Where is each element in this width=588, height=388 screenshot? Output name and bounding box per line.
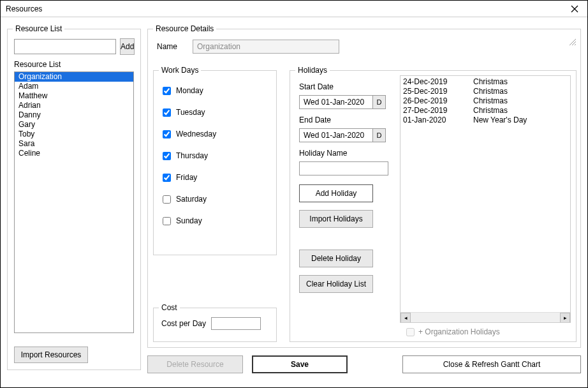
holiday-date: 25-Dec-2019 xyxy=(403,87,473,96)
holiday-date: 01-Jan-2020 xyxy=(403,116,473,125)
org-holidays-label: + Organization Holidays xyxy=(418,327,500,336)
holiday-item[interactable]: 26-Dec-2019Christmas xyxy=(403,96,568,106)
workday-row[interactable]: Wednesday xyxy=(163,123,270,145)
workdays-group: Work Days MondayTuesdayWednesdayThursday… xyxy=(153,70,277,255)
svg-line-4 xyxy=(575,44,576,45)
clear-holiday-list-button[interactable]: Clear Holiday List xyxy=(299,275,373,293)
resource-list-label: Resource List xyxy=(14,60,61,69)
cost-input[interactable] xyxy=(211,317,261,330)
holiday-name-input[interactable] xyxy=(299,161,388,175)
workday-checkbox[interactable] xyxy=(163,130,171,138)
workday-row[interactable]: Sunday xyxy=(163,210,270,232)
save-button[interactable]: Save xyxy=(252,355,348,373)
import-holidays-button[interactable]: Import Holidays xyxy=(299,210,373,228)
resize-grip-icon[interactable] xyxy=(568,37,577,46)
end-date-input[interactable] xyxy=(299,128,373,142)
workday-label: Saturday xyxy=(176,195,207,204)
workday-label: Tuesday xyxy=(176,108,205,117)
add-resource-button[interactable]: Add xyxy=(120,38,135,55)
workday-checkbox[interactable] xyxy=(163,174,171,182)
list-item[interactable]: Matthew xyxy=(15,91,133,101)
close-button[interactable] xyxy=(566,3,584,15)
workday-row[interactable]: Monday xyxy=(163,80,270,101)
cost-group: Cost Cost per Day xyxy=(153,308,277,342)
org-holidays-row: + Organization Holidays xyxy=(406,327,500,336)
cost-row: Cost per Day xyxy=(161,317,261,330)
holiday-name: Christmas xyxy=(473,87,508,96)
list-item[interactable]: Adam xyxy=(15,82,133,91)
workday-checkbox[interactable] xyxy=(163,217,171,225)
end-date-picker-button[interactable]: D xyxy=(373,128,386,142)
workday-label: Thursday xyxy=(176,151,208,160)
end-date-label: End Date xyxy=(299,116,396,124)
holidays-group: Holidays Start Date D End Date D Holiday… xyxy=(290,70,577,342)
workday-checkbox[interactable] xyxy=(163,108,171,117)
holiday-item[interactable]: 27-Dec-2019Christmas xyxy=(403,106,568,116)
content-area: Resource List Add Resource List Organiza… xyxy=(7,21,581,381)
import-resources-button[interactable]: Import Resources xyxy=(14,347,88,363)
resource-details-legend: Resource Details xyxy=(153,24,216,33)
list-item[interactable]: Sara xyxy=(15,139,133,149)
resource-details-group: Resource Details Name Work Days MondayTu… xyxy=(147,29,581,348)
workday-label: Wednesday xyxy=(176,130,216,138)
workday-label: Friday xyxy=(176,173,197,182)
close-icon xyxy=(571,5,578,13)
holiday-name: New Year's Day xyxy=(473,116,527,125)
list-item[interactable]: Celine xyxy=(15,149,133,158)
holiday-name: Christmas xyxy=(473,77,508,87)
scroll-right-arrow-icon[interactable]: ▸ xyxy=(560,313,570,323)
start-date-picker-button[interactable]: D xyxy=(373,95,386,109)
resources-window: Resources Resource List Add Resource Lis… xyxy=(0,0,588,388)
holidays-legend: Holidays xyxy=(295,66,330,75)
bottom-button-row: Delete Resource Save Close & Refresh Gan… xyxy=(147,355,581,373)
list-item[interactable]: Adrian xyxy=(15,101,133,110)
workday-checkbox[interactable] xyxy=(163,152,171,160)
close-refresh-button[interactable]: Close & Refresh Gantt Chart xyxy=(402,355,581,373)
list-item[interactable]: Toby xyxy=(15,130,133,139)
workday-checkbox[interactable] xyxy=(163,195,171,204)
holidays-listbox[interactable]: 24-Dec-2019Christmas25-Dec-2019Christmas… xyxy=(400,75,571,323)
list-item[interactable]: Organization xyxy=(15,72,133,82)
holidays-controls: Start Date D End Date D Holiday Name Add… xyxy=(299,80,396,293)
name-label: Name xyxy=(157,42,186,51)
delete-resource-button: Delete Resource xyxy=(147,355,243,373)
org-holidays-checkbox xyxy=(406,328,415,336)
workday-row[interactable]: Thursday xyxy=(163,145,270,167)
resource-add-row: Add xyxy=(14,38,134,55)
workday-label: Sunday xyxy=(176,216,202,225)
holiday-name-label: Holiday Name xyxy=(299,149,396,158)
resource-name-input[interactable] xyxy=(14,39,116,54)
holiday-item[interactable]: 24-Dec-2019Christmas xyxy=(403,77,568,87)
name-row: Name xyxy=(157,40,339,54)
name-input[interactable] xyxy=(193,40,339,54)
start-date-input[interactable] xyxy=(299,95,373,109)
add-holiday-button[interactable]: Add Holiday xyxy=(299,184,373,202)
workday-checkbox[interactable] xyxy=(163,87,171,95)
scroll-left-arrow-icon[interactable]: ◂ xyxy=(401,313,411,323)
holidays-list-content: 24-Dec-2019Christmas25-Dec-2019Christmas… xyxy=(401,76,570,312)
holiday-date: 24-Dec-2019 xyxy=(403,77,473,87)
workday-row[interactable]: Friday xyxy=(163,167,270,188)
holiday-name: Christmas xyxy=(473,106,508,116)
workday-row[interactable]: Saturday xyxy=(163,188,270,210)
list-item[interactable]: Gary xyxy=(15,120,133,130)
holiday-date: 27-Dec-2019 xyxy=(403,106,473,116)
workday-row[interactable]: Tuesday xyxy=(163,101,270,123)
resource-listbox[interactable]: OrganizationAdamMatthewAdrianDannyGaryTo… xyxy=(14,71,134,333)
cost-label: Cost per Day xyxy=(161,319,206,328)
holiday-item[interactable]: 01-Jan-2020New Year's Day xyxy=(403,116,568,125)
cost-legend: Cost xyxy=(159,303,180,312)
holiday-date: 26-Dec-2019 xyxy=(403,96,473,106)
holiday-name: Christmas xyxy=(473,96,508,106)
workday-label: Monday xyxy=(176,86,203,95)
start-date-label: Start Date xyxy=(299,82,396,91)
holidays-horizontal-scrollbar[interactable]: ◂ ▸ xyxy=(401,312,570,322)
resource-list-group: Resource List Add Resource List Organiza… xyxy=(7,29,141,370)
list-item[interactable]: Danny xyxy=(15,110,133,120)
window-title: Resources xyxy=(6,4,42,13)
titlebar: Resources xyxy=(1,1,587,17)
holiday-item[interactable]: 25-Dec-2019Christmas xyxy=(403,87,568,96)
resource-list-legend: Resource List xyxy=(13,24,64,33)
delete-holiday-button[interactable]: Delete Holiday xyxy=(299,250,373,267)
workdays-checklist: MondayTuesdayWednesdayThursdayFridaySatu… xyxy=(163,80,270,232)
